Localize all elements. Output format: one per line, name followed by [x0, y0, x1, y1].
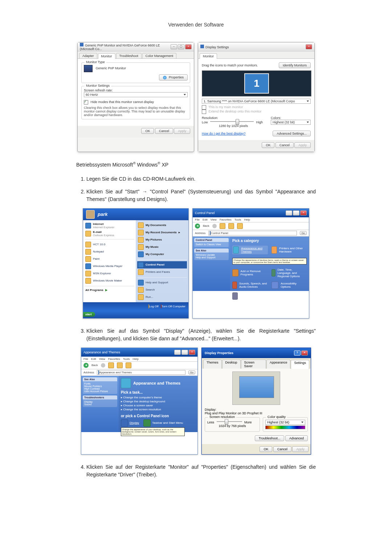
tab-desktop[interactable]: Desktop — [222, 360, 241, 369]
sidebar-link[interactable]: Sound — [84, 403, 116, 406]
monitor-select[interactable]: 1. Samsung **** on NVIDIA GeForce 6600 L… — [202, 99, 311, 104]
menu-item[interactable]: Tools — [123, 357, 130, 361]
start-item[interactable]: Paint — [85, 255, 134, 263]
tab-troubleshoot[interactable]: Troubleshoot — [116, 53, 142, 58]
task-link[interactable]: ▸ Change the computer's theme — [121, 396, 195, 399]
minimize-button[interactable]: – — [174, 350, 181, 355]
maximize-button[interactable]: ▢ — [178, 44, 184, 49]
hide-modes-checkbox[interactable] — [84, 100, 88, 104]
tab-color-management[interactable]: Color Management — [142, 53, 177, 58]
apply-button[interactable]: Apply — [294, 142, 311, 148]
start-item[interactable]: Notepad — [85, 248, 134, 255]
menu-item[interactable]: File — [195, 218, 200, 221]
ok-button[interactable]: OK — [260, 446, 272, 452]
category-item[interactable]: Performance and Maintenance — [232, 292, 268, 300]
monitor-preview-area[interactable]: 1 — [202, 70, 311, 97]
start-item[interactable]: Run... — [137, 294, 187, 301]
sidebar-link[interactable]: Display — [84, 401, 116, 403]
all-programs[interactable]: All Programs ▶ — [85, 288, 134, 292]
start-item[interactable]: Search — [137, 286, 187, 294]
identify-monitors-button[interactable]: Identify Monitors — [279, 62, 311, 68]
sidebar-link[interactable]: High Contrast — [84, 387, 116, 390]
cancel-button[interactable]: Cancel — [273, 446, 291, 452]
minimize-button[interactable]: – — [171, 44, 177, 49]
slider-thumb[interactable] — [225, 419, 228, 425]
go-button[interactable]: Go — [300, 231, 307, 235]
category-item[interactable]: Add or Remove Programs — [232, 268, 268, 278]
start-item[interactable]: Help and Support — [137, 279, 187, 286]
tab-monitor[interactable]: Monitor — [200, 53, 217, 59]
maximize-button[interactable]: ▢ — [293, 210, 299, 216]
advanced-settings-button[interactable]: Advanced Settings... — [273, 131, 311, 136]
tab-adapter[interactable]: Adapter — [79, 53, 97, 58]
close-button[interactable]: × — [301, 350, 308, 356]
start-item[interactable]: Windows Media Player — [85, 263, 134, 270]
menu-item[interactable]: Help — [132, 357, 138, 361]
sidebar-link[interactable]: User Account Picture — [84, 390, 116, 393]
start-item-email[interactable]: E-mailOutlook Express — [85, 230, 134, 238]
maximize-button[interactable]: ▢ — [181, 350, 188, 355]
start-item[interactable]: Windows Movie Maker — [85, 277, 134, 284]
back-button[interactable]: ◄ — [83, 363, 89, 368]
search-icon[interactable] — [117, 362, 123, 368]
up-icon[interactable] — [220, 223, 225, 229]
cp-icon-display[interactable]: Display — [121, 419, 139, 427]
cp-icon-taskbar[interactable]: Taskbar and Start Menu — [143, 419, 183, 427]
refresh-rate-select[interactable]: 60 Hertz — [84, 92, 188, 97]
start-item[interactable]: HCT 10.0 — [85, 241, 134, 248]
menu-item[interactable]: Tools — [234, 218, 241, 221]
advanced-button[interactable]: Advanced — [285, 435, 308, 441]
close-button[interactable]: × — [189, 350, 195, 355]
forward-button[interactable] — [101, 363, 105, 368]
menu-item[interactable]: Help — [244, 218, 250, 221]
folders-icon[interactable] — [237, 223, 243, 229]
start-item[interactable]: My Music — [137, 243, 187, 251]
search-icon[interactable] — [228, 223, 234, 229]
best-display-link[interactable]: How do I get the best display? — [202, 132, 246, 135]
task-link[interactable]: ▸ Choose a screen saver — [121, 404, 195, 407]
folders-icon[interactable] — [126, 362, 131, 368]
slider-thumb[interactable] — [236, 119, 239, 125]
turnoff-button[interactable]: Turn Off Computer — [161, 305, 185, 308]
category-item[interactable]: Date, Time, Language, and Regional Optio… — [271, 268, 307, 278]
start-item[interactable]: My Computer — [137, 251, 187, 258]
start-item[interactable]: MSN Explorer — [85, 270, 134, 277]
menu-item[interactable]: Favorites — [108, 357, 120, 361]
apply-button[interactable]: Apply — [174, 128, 190, 134]
minimize-button[interactable]: – — [286, 210, 292, 216]
menu-item[interactable]: Edit — [91, 357, 96, 361]
up-icon[interactable] — [108, 362, 114, 368]
help-button[interactable]: ? — [294, 350, 301, 356]
menu-item[interactable]: File — [83, 357, 88, 361]
tab-screensaver[interactable]: Screen Saver — [241, 360, 266, 369]
color-quality-select[interactable]: Highest (32 bit) — [265, 420, 305, 425]
sidebar-link[interactable]: Switch to Classic View — [196, 243, 227, 246]
address-field[interactable]: Control Panel — [208, 231, 297, 235]
category-item[interactable]: Printers and Other Hardware — [271, 246, 307, 254]
apply-button[interactable]: Apply — [292, 446, 309, 452]
ok-button[interactable]: OK — [141, 128, 154, 134]
start-item[interactable]: My Documents — [137, 222, 187, 229]
close-button[interactable]: × — [300, 210, 307, 216]
cancel-button[interactable]: Cancel — [155, 128, 173, 134]
resolution-slider[interactable] — [210, 121, 254, 122]
start-item-control-panel[interactable]: Control Panel — [137, 261, 187, 268]
tab-monitor[interactable]: Monitor — [98, 53, 115, 59]
sidebar-link[interactable]: Help and Support — [196, 256, 227, 259]
go-button[interactable]: Go — [188, 370, 195, 374]
menu-item[interactable]: View — [211, 218, 217, 221]
sidebar-link[interactable]: Fonts — [84, 382, 116, 385]
close-button[interactable]: × — [185, 44, 192, 49]
task-link[interactable]: ▸ Change the desktop background — [121, 400, 195, 403]
colors-select[interactable]: Highest (32 bit) — [271, 120, 311, 125]
start-item[interactable]: Printers and Faxes — [137, 268, 187, 276]
start-item[interactable]: My Pictures — [137, 236, 187, 243]
troubleshoot-button[interactable]: Troubleshoot... — [255, 435, 285, 441]
cancel-button[interactable]: Cancel — [275, 142, 294, 148]
sidebar-link[interactable]: Mouse Pointers — [84, 385, 116, 387]
start-item[interactable]: My Recent Documents ▸ — [137, 229, 187, 236]
start-button[interactable]: start — [83, 312, 95, 317]
start-item-internet[interactable]: InternetInternet Explorer — [85, 222, 134, 230]
menu-item[interactable]: View — [99, 357, 105, 361]
category-item[interactable]: Accessibility Options — [271, 282, 307, 289]
